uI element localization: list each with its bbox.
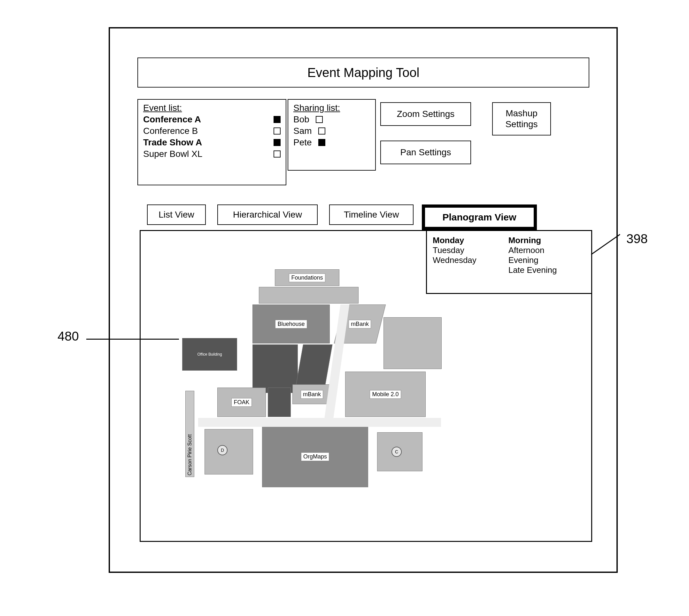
tab-label: Timeline View bbox=[344, 210, 399, 220]
checkbox-icon[interactable] bbox=[274, 151, 281, 157]
room-dark-small[interactable] bbox=[268, 388, 291, 417]
floorplan-map[interactable]: Foundations Bluehouse mBank Office Build… bbox=[179, 269, 441, 506]
room-label: Mobile 2.0 bbox=[370, 390, 401, 399]
event-label: Conference B bbox=[143, 126, 267, 136]
day-option[interactable]: Tuesday bbox=[433, 245, 506, 255]
room-label: Office Building bbox=[197, 352, 222, 356]
day-option[interactable]: Wednesday bbox=[433, 255, 506, 265]
day-option[interactable]: Monday bbox=[433, 236, 506, 245]
event-label: Conference A bbox=[143, 114, 267, 125]
event-list-panel: Event list: Conference A Conference B Tr… bbox=[137, 99, 286, 185]
zoom-settings-button[interactable]: Zoom Settings bbox=[380, 102, 471, 126]
event-item[interactable]: Super Bowl XL bbox=[143, 149, 281, 159]
checkbox-icon[interactable] bbox=[318, 128, 325, 134]
room-label: OrgMaps bbox=[301, 453, 329, 461]
day-time-filter: Monday Tuesday Wednesday Morning Afterno… bbox=[426, 230, 592, 294]
room-label: FOAK bbox=[231, 398, 252, 407]
room-label: Bluehouse bbox=[275, 320, 307, 328]
time-option[interactable]: Evening bbox=[509, 255, 582, 265]
checkbox-icon[interactable] bbox=[316, 116, 323, 123]
room-foak[interactable]: FOAK bbox=[217, 388, 266, 417]
checkbox-icon[interactable] bbox=[274, 139, 281, 146]
share-label: Pete bbox=[293, 137, 312, 148]
room-dark-left[interactable] bbox=[253, 345, 298, 393]
pan-settings-button[interactable]: Pan Settings bbox=[380, 140, 471, 164]
time-option[interactable]: Afternoon bbox=[509, 245, 582, 255]
button-label: Zoom Settings bbox=[397, 109, 455, 119]
share-item[interactable]: Pete bbox=[293, 137, 370, 148]
share-label: Sam bbox=[293, 126, 312, 136]
tab-planogram-view[interactable]: Planogram View bbox=[422, 204, 537, 230]
tab-label: Planogram View bbox=[442, 212, 516, 223]
callout-480: 480 bbox=[58, 329, 79, 344]
marker-label: C bbox=[395, 449, 398, 454]
room-label: mBank bbox=[301, 390, 323, 399]
room-bluehouse[interactable]: Bluehouse bbox=[253, 305, 330, 344]
tab-timeline-view[interactable]: Timeline View bbox=[329, 204, 413, 225]
event-item[interactable]: Conference B bbox=[143, 126, 281, 136]
time-option[interactable]: Morning bbox=[509, 236, 582, 245]
room-foundations[interactable]: Foundations bbox=[275, 269, 339, 286]
share-item[interactable]: Bob bbox=[293, 114, 370, 125]
mashup-settings-button[interactable]: Mashup Settings bbox=[492, 102, 551, 135]
planogram-canvas[interactable]: Monday Tuesday Wednesday Morning Afterno… bbox=[139, 230, 592, 542]
room-label: mBank bbox=[349, 320, 371, 328]
marker-label: D bbox=[221, 448, 224, 453]
room-office-building[interactable]: Office Building bbox=[182, 338, 237, 371]
marker-d[interactable]: D bbox=[217, 445, 228, 455]
tab-hierarchical-view[interactable]: Hierarchical View bbox=[217, 204, 318, 225]
room-orgmaps[interactable]: OrgMaps bbox=[262, 426, 368, 487]
checkbox-icon[interactable] bbox=[274, 128, 281, 134]
room-mbank-mid[interactable]: mBank bbox=[293, 384, 331, 404]
checkbox-icon[interactable] bbox=[318, 139, 325, 146]
tab-list-view[interactable]: List View bbox=[147, 204, 206, 225]
sharing-list-panel: Sharing list: Bob Sam Pete bbox=[287, 99, 376, 171]
room-bottom-left[interactable] bbox=[204, 429, 253, 475]
app-title: Event Mapping Tool bbox=[137, 58, 589, 88]
room-carson[interactable]: Carson Pirie Scott bbox=[185, 391, 194, 477]
tab-label: List View bbox=[158, 210, 194, 220]
event-item[interactable]: Trade Show A bbox=[143, 137, 281, 148]
event-label: Super Bowl XL bbox=[143, 149, 267, 159]
callout-398: 398 bbox=[626, 232, 648, 246]
button-label: Mashup Settings bbox=[493, 108, 550, 129]
event-item[interactable]: Conference A bbox=[143, 114, 281, 125]
room-block[interactable] bbox=[259, 287, 359, 304]
time-option[interactable]: Late Evening bbox=[509, 265, 582, 275]
callout-480-leader bbox=[86, 339, 179, 339]
room-mobile20[interactable]: Mobile 2.0 bbox=[345, 372, 426, 417]
checkbox-icon[interactable] bbox=[274, 116, 281, 123]
marker-c[interactable]: C bbox=[391, 447, 402, 457]
room-label: Foundations bbox=[289, 273, 325, 282]
event-list-heading: Event list: bbox=[143, 103, 281, 113]
tab-label: Hierarchical View bbox=[233, 210, 302, 220]
event-label: Trade Show A bbox=[143, 137, 267, 148]
button-label: Pan Settings bbox=[401, 147, 451, 157]
app-title-text: Event Mapping Tool bbox=[307, 66, 419, 80]
sharing-list-heading: Sharing list: bbox=[293, 103, 370, 113]
corridor-horizontal bbox=[198, 418, 441, 427]
room-label: Carson Pirie Scott bbox=[187, 434, 192, 476]
room-block-right[interactable] bbox=[384, 317, 442, 369]
share-item[interactable]: Sam bbox=[293, 126, 370, 136]
share-label: Bob bbox=[293, 114, 309, 125]
